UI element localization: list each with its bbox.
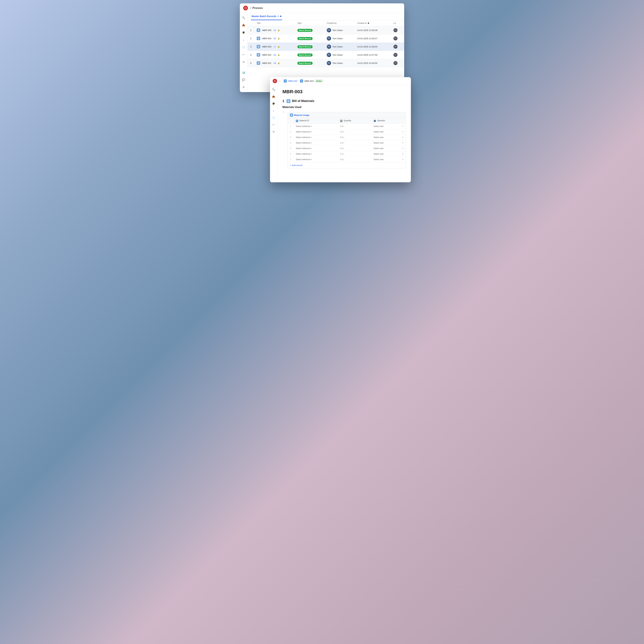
record-id: MBR-005	[262, 29, 271, 32]
tag-badge: Batch Record	[297, 37, 313, 40]
row-title-cell: MBR-003 v1 🔒	[254, 43, 294, 51]
inner-table-row: 2 Select reference ▾ Edit... Select user…	[288, 129, 406, 135]
sidebar-settings2-icon[interactable]: ⚙	[242, 85, 246, 89]
sidebar-add-icon[interactable]: +	[242, 38, 246, 42]
table-row[interactable]: 2 MBR-004 v1 🔒 Batch Record TO Tom Owen …	[248, 34, 404, 43]
avatar: TO	[327, 44, 331, 49]
back-button[interactable]: ←	[279, 79, 281, 83]
inner-row-op[interactable]: Select user ▾	[371, 157, 406, 162]
sidebar-chat-icon[interactable]: 💬	[242, 78, 246, 82]
svg-rect-18	[285, 81, 286, 81]
table-row[interactable]: 5 MBR-001 v4 🔒 Batch Record TO Tom Owen …	[248, 59, 404, 67]
inner-row-ref[interactable]: Select reference ▾	[293, 135, 338, 140]
inner-row-qty[interactable]: Edit...	[338, 135, 371, 140]
user-dropdown-icon[interactable]: ▾	[403, 136, 403, 138]
inner-row-ref[interactable]: Select reference ▾	[293, 129, 338, 135]
material-id-col-icon: ⊞	[296, 120, 298, 122]
svg-rect-1	[257, 29, 259, 30]
sidebar-learn-icon[interactable]: 🎓	[242, 30, 246, 35]
section-header: 1 Bill of Materials	[282, 99, 406, 103]
front-sidebar-back-icon[interactable]: ↩	[272, 123, 276, 127]
front-sidebar-search-icon[interactable]: 🔍	[272, 87, 276, 92]
tag-badge: Batch Record	[297, 29, 313, 32]
back-window-titlebar: ↗ Process	[240, 3, 404, 13]
user-dropdown-icon[interactable]: ▾	[403, 131, 403, 133]
inner-row-op[interactable]: Select user ▾	[371, 151, 406, 157]
sidebar-back-icon[interactable]: ↩	[242, 52, 246, 57]
inner-row-qty[interactable]: Edit...	[338, 157, 371, 162]
version-badge: v1	[273, 46, 277, 48]
select-user-label: Select user	[374, 153, 384, 155]
sidebar-inbox-icon[interactable]: 📥	[242, 23, 246, 27]
front-sidebar-add-icon[interactable]: +	[272, 109, 276, 113]
inner-row-ref[interactable]: Select reference ▾	[293, 151, 338, 157]
inner-row-op[interactable]: Select user ▾	[371, 146, 406, 151]
row-title-cell: MBR-001 v4 🔒	[254, 59, 294, 67]
inner-col-num	[288, 118, 293, 123]
inner-row-qty[interactable]: Edit...	[338, 151, 371, 157]
user-dropdown-icon[interactable]: ▾	[403, 125, 403, 127]
col-header-created-by: Created by	[324, 20, 355, 26]
table-row[interactable]: 4 MBR-002 v1 🔒 Batch Record TO Tom Owen …	[248, 51, 404, 59]
svg-rect-2	[257, 30, 259, 31]
breadcrumb-parent-icon	[284, 79, 287, 83]
ref-dropdown-icon[interactable]: ▾	[311, 142, 312, 144]
ref-dropdown-icon[interactable]: ▾	[311, 125, 312, 127]
sidebar-search-icon[interactable]: 🔍	[242, 16, 246, 20]
inner-row-op[interactable]: Select user ▾	[371, 135, 406, 140]
row-tags-cell: Batch Record	[295, 26, 324, 34]
select-user-label: Select user	[374, 158, 384, 161]
row-tags-cell: Batch Record	[295, 59, 324, 67]
ref-dropdown-icon[interactable]: ▾	[311, 136, 312, 138]
records-table: Title Tags Created by Created at La 1	[248, 20, 404, 67]
inner-col-operator: 👤 Operator	[371, 118, 406, 123]
front-main-content: MBR-003 1 Bill of Materials Materials Us…	[277, 85, 411, 182]
inner-row-op[interactable]: Select user ▾	[371, 129, 406, 135]
user-dropdown-icon[interactable]: ▾	[403, 142, 403, 144]
select-reference-label: Select reference	[296, 125, 310, 127]
inner-row-qty[interactable]: Edit...	[338, 146, 371, 151]
inner-row-qty[interactable]: Edit...	[338, 123, 371, 129]
inner-row-op[interactable]: Select user ▾	[371, 140, 406, 146]
sidebar-settings-icon[interactable]: ⚙	[242, 60, 246, 64]
row-created-at-cell: 14-01-2025 13:28:04	[355, 43, 391, 51]
user-dropdown-icon[interactable]: ▾	[403, 147, 403, 149]
inner-row-ref[interactable]: Select reference ▾	[293, 140, 338, 146]
table-row[interactable]: 3 MBR-003 v1 🔒 Batch Record TO Tom Owen …	[248, 43, 404, 51]
ref-dropdown-icon[interactable]: ▾	[311, 131, 312, 133]
status-badge: Active	[315, 79, 323, 83]
tag-badge: Batch Record	[297, 53, 313, 57]
select-reference-label: Select reference	[296, 158, 310, 161]
avatar: TO	[327, 53, 331, 57]
inner-row-qty[interactable]: Edit...	[338, 140, 371, 146]
ref-dropdown-icon[interactable]: ▾	[311, 153, 312, 155]
tab-dropdown-icon[interactable]: ▾	[278, 15, 279, 17]
inner-row-ref[interactable]: Select reference ▾	[293, 157, 338, 162]
inner-row-op[interactable]: Select user ▾	[371, 123, 406, 129]
sidebar-reports-icon[interactable]: 📊	[242, 70, 246, 75]
inner-row-ref[interactable]: Select reference ▾	[293, 146, 338, 151]
inner-row-num: 2	[288, 129, 293, 135]
record-id: MBR-002	[262, 54, 271, 56]
sidebar-doc-icon[interactable]: 📄	[242, 45, 246, 49]
row-created-at-cell: 14-01-2025 13:28:27	[355, 34, 391, 43]
section-row-num: 1	[282, 111, 286, 113]
row-la-cell: TO	[391, 59, 404, 67]
ref-dropdown-icon[interactable]: ▾	[311, 158, 312, 160]
ref-dropdown-icon[interactable]: ▾	[311, 147, 312, 149]
user-dropdown-icon[interactable]: ▾	[403, 153, 403, 155]
front-sidebar-settings-icon[interactable]: ⚙	[272, 130, 276, 134]
tab-master-batch-records[interactable]: Master Batch Records ▾	[251, 13, 282, 20]
inner-row-ref[interactable]: Select reference ▾	[293, 123, 338, 129]
front-sidebar-inbox-icon[interactable]: 📥	[272, 94, 276, 99]
section-icon	[287, 99, 290, 103]
lock-icon: 🔒	[278, 37, 280, 40]
front-sidebar-learn-icon[interactable]: 🎓	[272, 101, 276, 106]
add-record-button[interactable]: + Add record	[288, 162, 406, 168]
user-dropdown-icon[interactable]: ▾	[403, 158, 403, 160]
inner-row-qty[interactable]: Edit...	[338, 129, 371, 135]
row-created-by-cell: TO Tom Owen	[324, 34, 355, 43]
table-row[interactable]: 1 MBR-005 v1 🔒 Batch Record TO Tom Owen …	[248, 26, 404, 34]
breadcrumb-parent-label[interactable]: MBR-003	[288, 80, 297, 82]
front-sidebar-doc-icon[interactable]: 📄	[272, 116, 276, 120]
